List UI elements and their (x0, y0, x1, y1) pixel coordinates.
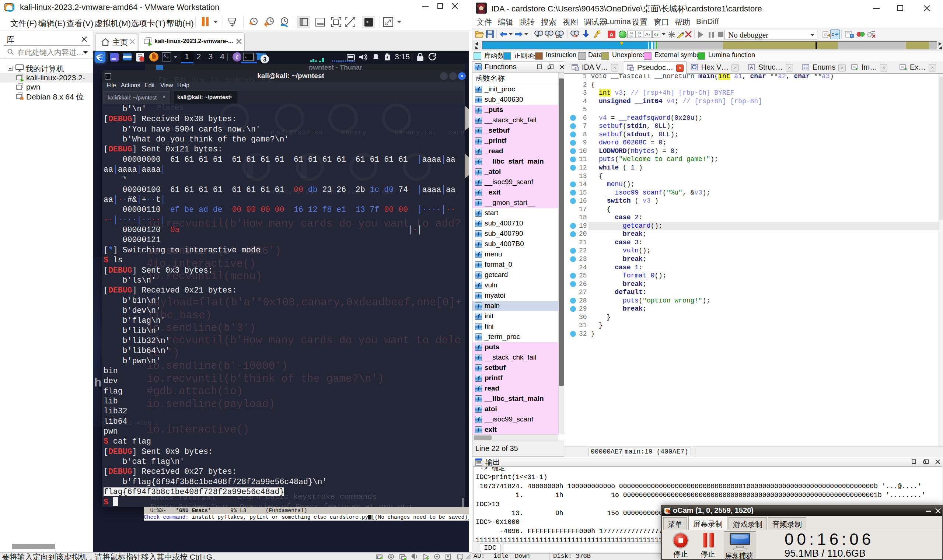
svg-text:T: T (547, 34, 549, 38)
svg-text:c: c (832, 32, 834, 37)
svg-text:101: 101 (556, 34, 562, 38)
svg-text:#: # (537, 34, 539, 38)
svg-text:A: A (750, 65, 753, 70)
